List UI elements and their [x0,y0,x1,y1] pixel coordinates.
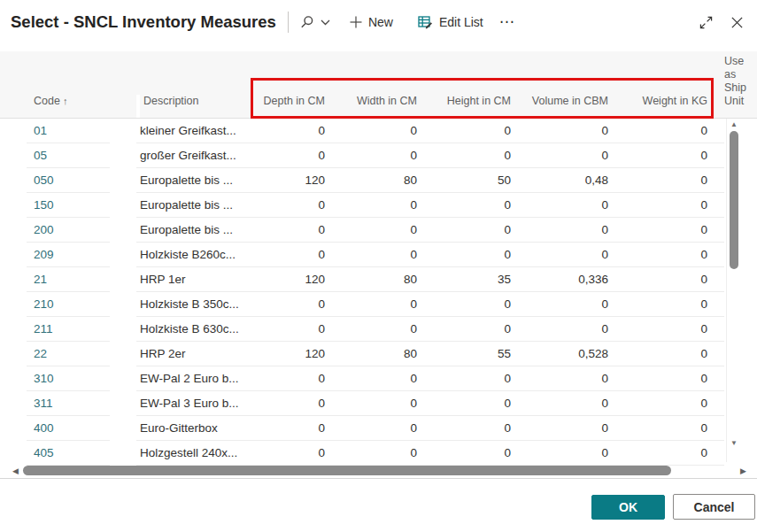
column-header-depth[interactable]: Depth in CM [251,95,329,118]
code-link[interactable]: 311 [34,397,53,410]
width-cell: 0 [329,441,421,466]
table-row[interactable]: 22 HRP 2er 120 80 55 0,528 0 [0,342,757,366]
code-cell: 050 [27,168,110,193]
row-gutter [110,441,136,466]
row-pad [0,342,27,366]
row-gutter [110,416,136,441]
table-row[interactable]: 05 großer Greifkast... 0 0 0 0 0 [0,143,757,168]
table-row[interactable]: 200 Europalette bis ... 0 0 0 0 0 [0,218,757,243]
code-cell: 21 [27,267,110,292]
code-link[interactable]: 150 [34,198,54,212]
cancel-button[interactable]: Cancel [673,494,755,520]
depth-cell: 0 [251,292,329,317]
ellipsis-icon: ⋯ [499,18,515,27]
height-cell: 35 [421,267,515,292]
description-cell: EW-Pal 3 Euro b... [136,391,251,416]
depth-cell: 120 [251,267,329,292]
scroll-down-icon[interactable]: ▼ [727,439,741,448]
code-link[interactable]: 400 [34,421,54,435]
new-button[interactable]: New [348,12,395,33]
horizontal-scrollbar-thumb[interactable] [23,466,671,475]
code-link[interactable]: 405 [34,446,54,459]
column-header-use-as-ship-unit[interactable]: Use as Ship Unit [724,55,756,108]
volume-cell: 0 [515,218,613,243]
vertical-scrollbar[interactable]: ▲ ▼ [726,119,740,462]
row-gutter [110,193,136,218]
depth-cell: 0 [251,193,329,218]
table-row[interactable]: 211 Holzkiste B 630c... 0 0 0 0 0 [0,317,757,342]
row-pad [0,441,27,466]
ship-unit-cell [714,168,724,193]
row-gutter [110,317,136,342]
table-row[interactable]: 311 EW-Pal 3 Euro b... 0 0 0 0 0 [0,391,757,416]
column-header-code[interactable]: Code↑ [27,95,110,118]
height-cell: 0 [421,292,515,317]
search-icon [300,15,314,29]
ok-button[interactable]: OK [591,495,665,520]
code-link[interactable]: 210 [34,297,54,311]
column-header-width[interactable]: Width in CM [329,95,421,118]
code-link[interactable]: 05 [34,149,47,162]
code-link[interactable]: 209 [34,248,54,261]
column-header-height[interactable]: Height in CM [421,95,515,118]
row-pad [0,317,27,342]
row-gutter [110,391,136,416]
width-cell: 0 [329,292,421,317]
code-link[interactable]: 200 [34,223,54,236]
table-row[interactable]: 209 Holzkiste B260c... 0 0 0 0 0 [0,243,757,267]
vertical-scrollbar-thumb[interactable] [730,131,738,269]
row-gutter [110,119,136,143]
column-header-weight[interactable]: Weight in KG [613,95,714,118]
scroll-up-icon[interactable]: ▲ [727,120,741,129]
table-row[interactable]: 150 Europalette bis ... 0 0 0 0 0 [0,193,757,218]
volume-cell: 0 [515,193,613,218]
height-cell: 0 [421,416,515,441]
depth-cell: 0 [251,416,329,441]
description-cell: EW-Pal 2 Euro b... [136,366,251,391]
weight-cell: 0 [613,243,714,267]
column-header-volume[interactable]: Volume in CBM [515,95,613,118]
row-pad [0,168,27,193]
ship-unit-cell [714,342,724,366]
expand-dialog-button[interactable] [698,12,715,33]
description-cell: HRP 1er [136,267,251,292]
table-row[interactable]: 21 HRP 1er 120 80 35 0,336 0 [0,267,757,292]
ship-unit-cell [714,218,724,243]
volume-cell: 0 [515,366,613,391]
edit-list-button[interactable]: Edit List [416,12,485,33]
more-options-button[interactable]: ⋯ [498,14,517,30]
volume-cell: 0,336 [515,267,613,292]
code-link[interactable]: 21 [34,273,47,286]
table-row[interactable]: 405 Holzgestell 240x... 0 0 0 0 0 [0,441,757,466]
height-cell: 0 [421,441,515,466]
weight-cell: 0 [613,119,714,143]
weight-cell: 0 [613,292,714,317]
row-pad [0,218,27,243]
scroll-right-icon[interactable]: ▶ [740,466,746,475]
table-row[interactable]: 050 Europalette bis ... 120 80 50 0,48 0 [0,168,757,193]
depth-cell: 0 [251,143,329,168]
code-link[interactable]: 310 [34,372,54,385]
code-link[interactable]: 211 [34,322,53,335]
depth-cell: 0 [251,218,329,243]
table-row[interactable]: 400 Euro-Gitterbox 0 0 0 0 0 [0,416,757,441]
code-link[interactable]: 01 [34,124,47,137]
close-dialog-button[interactable] [729,12,745,33]
table-row[interactable]: 210 Holzkiste B 350c... 0 0 0 0 0 [0,292,757,317]
volume-cell: 0 [515,441,613,466]
description-cell: Holzkiste B 350c... [136,292,251,317]
table-row[interactable]: 01 kleiner Greifkast... 0 0 0 0 0 [0,119,757,143]
row-pad [0,416,27,441]
row-pad [0,119,27,143]
table-row[interactable]: 310 EW-Pal 2 Euro b... 0 0 0 0 0 [0,366,757,391]
search-button[interactable] [298,12,332,33]
depth-cell: 0 [251,441,329,466]
width-cell: 80 [329,267,421,292]
scroll-left-icon[interactable]: ◀ [12,466,19,475]
code-link[interactable]: 050 [34,173,54,187]
row-gutter [110,292,136,317]
column-header-description[interactable]: Description [136,95,251,118]
code-link[interactable]: 22 [34,347,47,360]
horizontal-scrollbar[interactable]: ◀ ▶ [0,464,757,478]
code-cell: 310 [27,366,110,391]
